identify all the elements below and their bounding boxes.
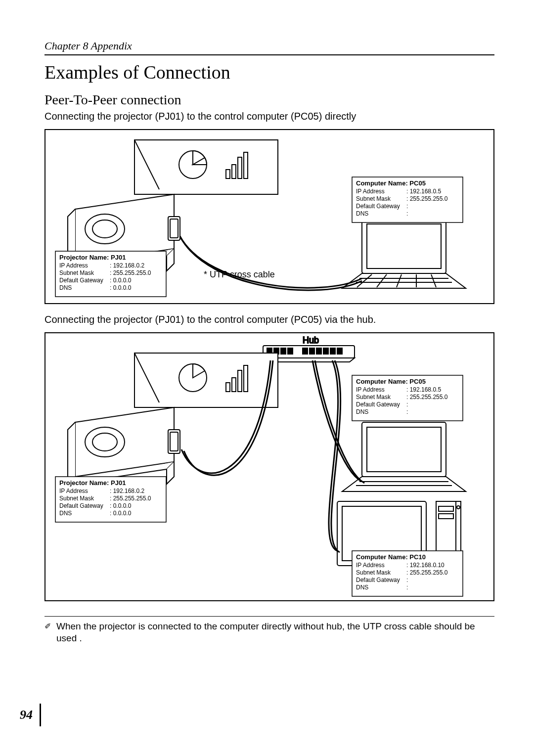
projector-name-title: Projector Name: PJ01 <box>59 254 126 261</box>
section-title: Peer-To-Peer connection <box>44 92 494 108</box>
svg-rect-29 <box>330 348 335 354</box>
projection-screen-icon <box>134 140 278 194</box>
svg-point-37 <box>92 433 117 451</box>
pc10-v0: : 192.168.0.10 <box>406 562 445 569</box>
pc05-row-k0: IP Address <box>356 188 385 195</box>
svg-point-6 <box>92 220 117 238</box>
svg-rect-30 <box>337 348 342 354</box>
pc05-row-k2: Default Gateway <box>356 203 400 210</box>
svg-rect-39 <box>170 432 178 451</box>
projector-row-k3: DNS <box>59 284 72 291</box>
pc05-row-k1: Subnet Mask <box>356 195 391 202</box>
svg-rect-4 <box>244 152 248 178</box>
pc10-v1: : 255.255.255.0 <box>406 569 448 576</box>
projection-screen-icon <box>134 353 278 407</box>
description-2: Connecting the projector (PJ01) to the c… <box>44 314 494 325</box>
page-title: Examples of Connection <box>44 61 494 83</box>
description-1: Connecting the projector (PJ01) to the c… <box>44 111 494 122</box>
proj2-v0: : 192.168.0.2 <box>110 488 144 494</box>
pc05b-k0: IP Address <box>356 386 385 393</box>
pc10-k2: Default Gateway <box>356 577 400 583</box>
svg-rect-50 <box>439 506 453 511</box>
page-number: 94 <box>20 704 41 726</box>
pc10-v2: : <box>406 577 408 583</box>
svg-rect-27 <box>316 348 321 354</box>
pc10-k0: IP Address <box>356 562 385 569</box>
pc05-row-v0: : 192.168.0.5 <box>406 188 441 195</box>
pc05b-k1: Subnet Mask <box>356 394 391 400</box>
proj2-v1: : 255.255.255.0 <box>110 495 151 502</box>
pc10-v3: : <box>406 584 408 591</box>
footnote: ✐ When the projector is connected to the… <box>44 621 494 644</box>
pencil-icon: ✐ <box>44 622 51 631</box>
svg-rect-28 <box>323 348 328 354</box>
pc05b-k3: DNS <box>356 408 368 415</box>
proj2-k3: DNS <box>59 510 72 517</box>
projector-row-v3: : 0.0.0.0 <box>110 284 132 291</box>
proj2-k0: IP Address <box>59 488 88 494</box>
svg-rect-23 <box>281 348 286 354</box>
pc10-k1: Subnet Mask <box>356 569 391 576</box>
svg-rect-26 <box>310 348 314 354</box>
projector-row-k1: Subnet Mask <box>59 269 94 276</box>
pc05-title: Computer Name: PC05 <box>356 179 426 187</box>
svg-rect-2 <box>232 165 236 178</box>
chapter-header: Chapter 8 Appendix <box>44 40 494 55</box>
projector-row-v0: : 192.168.0.2 <box>110 262 144 269</box>
hub-label: Hub <box>303 335 319 345</box>
cable-label: * UTP cross cable <box>204 269 275 279</box>
svg-rect-25 <box>303 348 308 354</box>
pc05-row-v2: : <box>406 203 408 210</box>
proj2-v3: : 0.0.0.0 <box>110 510 132 517</box>
cable-icon <box>180 236 362 290</box>
footnote-rule <box>44 616 494 617</box>
svg-rect-33 <box>232 378 236 392</box>
projector-icon <box>68 407 180 484</box>
svg-rect-51 <box>439 514 453 519</box>
diagram-via-hub: Hub <box>44 332 494 601</box>
pc05b-v1: : 255.255.255.0 <box>406 394 448 400</box>
svg-rect-24 <box>288 348 293 354</box>
proj2-k2: Default Gateway <box>59 502 103 509</box>
svg-rect-1 <box>226 170 230 178</box>
laptop-icon <box>342 219 466 288</box>
pc05-row-k3: DNS <box>356 210 368 217</box>
pc10-k3: DNS <box>356 584 368 591</box>
svg-rect-41 <box>367 427 441 472</box>
proj2-v2: : 0.0.0.0 <box>110 502 132 509</box>
pc05b-v2: : <box>406 401 408 408</box>
svg-rect-8 <box>170 219 178 238</box>
projector-row-k0: IP Address <box>59 262 88 269</box>
pc05-row-v3: : <box>406 210 408 217</box>
svg-rect-10 <box>367 224 441 268</box>
projector-row-k2: Default Gateway <box>59 277 103 284</box>
svg-point-49 <box>457 506 460 509</box>
pc05-row-v1: : 255.255.255.0 <box>406 195 448 202</box>
pc10-title: Computer Name: PC10 <box>356 553 426 561</box>
svg-rect-3 <box>238 157 242 178</box>
pc05b-k2: Default Gateway <box>356 401 400 408</box>
svg-rect-32 <box>226 383 230 392</box>
pc05-title-2: Computer Name: PC05 <box>356 378 426 385</box>
svg-rect-34 <box>238 370 242 392</box>
pc05b-v0: : 192.168.0.5 <box>406 386 441 393</box>
diagram-peer-to-peer: * UTP cross cable Projector Name: PJ01 I… <box>44 129 494 304</box>
pc05b-v3: : <box>406 408 408 415</box>
projector-name-title-2: Projector Name: PJ01 <box>59 479 126 487</box>
proj2-k1: Subnet Mask <box>59 495 94 502</box>
projector-row-v2: : 0.0.0.0 <box>110 277 132 284</box>
svg-rect-35 <box>244 365 248 392</box>
footnote-text: When the projector is connected to the c… <box>56 621 475 643</box>
projector-row-v1: : 255.255.255.0 <box>110 269 151 276</box>
